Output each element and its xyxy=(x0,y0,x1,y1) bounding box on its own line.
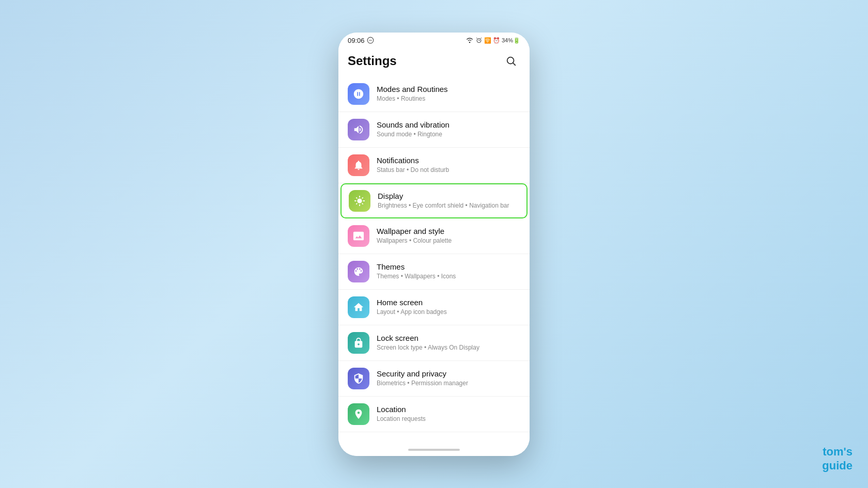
sounds-title: Sounds and vibration xyxy=(377,120,520,130)
notifications-title: Notifications xyxy=(377,155,520,166)
homescreen-title: Home screen xyxy=(377,297,520,308)
page-title: Settings xyxy=(348,54,397,68)
search-button[interactable] xyxy=(502,52,520,70)
settings-item-wallpaper[interactable]: Wallpaper and style Wallpapers • Colour … xyxy=(338,218,530,254)
location-title: Location xyxy=(377,404,520,415)
status-icons: 🛜 ⏰ 34%🔋 xyxy=(466,37,520,44)
phone-frame: 09:06 🛜 ⏰ 34%🔋 Setting xyxy=(338,33,530,456)
modes-subtitle: Modes • Routines xyxy=(377,95,520,103)
home-indicator xyxy=(408,449,460,451)
settings-item-sounds[interactable]: Sounds and vibration Sound mode • Ringto… xyxy=(338,112,530,148)
sounds-icon xyxy=(348,119,369,140)
watermark: tom's guide xyxy=(822,445,853,473)
homescreen-subtitle: Layout • App icon badges xyxy=(377,308,520,317)
settings-list: Modes and Routines Modes • Routines Soun… xyxy=(338,76,530,444)
homescreen-icon xyxy=(348,296,369,318)
notifications-icon xyxy=(348,154,369,176)
wallpaper-icon xyxy=(348,225,369,247)
settings-item-lockscreen[interactable]: Lock screen Screen lock type • Always On… xyxy=(338,325,530,361)
settings-item-display[interactable]: Display Brightness • Eye comfort shield … xyxy=(340,183,528,218)
location-icon xyxy=(348,403,369,425)
wallpaper-subtitle: Wallpapers • Colour palette xyxy=(377,237,520,245)
sounds-text: Sounds and vibration Sound mode • Ringto… xyxy=(377,120,520,139)
battery-text: 🛜 ⏰ 34%🔋 xyxy=(484,37,520,44)
modes-icon xyxy=(348,83,369,105)
location-subtitle: Location requests xyxy=(377,415,520,423)
lockscreen-text: Lock screen Screen lock type • Always On… xyxy=(377,333,520,352)
watermark-line1: tom's xyxy=(822,445,853,459)
do-not-disturb-icon xyxy=(367,37,374,44)
settings-item-modes[interactable]: Modes and Routines Modes • Routines xyxy=(338,76,530,112)
lockscreen-title: Lock screen xyxy=(377,333,520,343)
security-title: Security and privacy xyxy=(377,369,520,379)
themes-text: Themes Themes • Wallpapers • Icons xyxy=(377,262,520,281)
notifications-text: Notifications Status bar • Do not distur… xyxy=(377,155,520,175)
wallpaper-title: Wallpaper and style xyxy=(377,226,520,237)
security-icon xyxy=(348,368,369,389)
status-bar: 09:06 🛜 ⏰ 34%🔋 xyxy=(338,33,530,46)
display-title: Display xyxy=(378,191,519,201)
lockscreen-icon xyxy=(348,332,369,354)
watermark-line2: guide xyxy=(822,459,853,473)
wallpaper-text: Wallpaper and style Wallpapers • Colour … xyxy=(377,226,520,245)
app-header: Settings xyxy=(338,46,530,76)
settings-item-location[interactable]: Location Location requests xyxy=(338,397,530,432)
time-text: 09:06 xyxy=(348,37,365,44)
security-text: Security and privacy Biometrics • Permis… xyxy=(377,369,520,388)
security-subtitle: Biometrics • Permission manager xyxy=(377,380,520,388)
settings-item-themes[interactable]: Themes Themes • Wallpapers • Icons xyxy=(338,254,530,290)
themes-icon xyxy=(348,261,369,282)
status-time: 09:06 xyxy=(348,37,374,44)
modes-text: Modes and Routines Modes • Routines xyxy=(377,84,520,103)
display-icon xyxy=(349,190,370,212)
svg-line-7 xyxy=(513,63,515,65)
display-subtitle: Brightness • Eye comfort shield • Naviga… xyxy=(378,202,519,210)
lockscreen-subtitle: Screen lock type • Always On Display xyxy=(377,344,520,352)
homescreen-text: Home screen Layout • App icon badges xyxy=(377,297,520,317)
notifications-subtitle: Status bar • Do not disturb xyxy=(377,166,520,175)
alarm-icon xyxy=(476,37,482,44)
sounds-subtitle: Sound mode • Ringtone xyxy=(377,131,520,139)
themes-title: Themes xyxy=(377,262,520,272)
svg-point-2 xyxy=(469,42,471,43)
themes-subtitle: Themes • Wallpapers • Icons xyxy=(377,273,520,281)
settings-item-homescreen[interactable]: Home screen Layout • App icon badges xyxy=(338,290,530,325)
settings-item-security[interactable]: Security and privacy Biometrics • Permis… xyxy=(338,361,530,397)
display-text: Display Brightness • Eye comfort shield … xyxy=(378,191,519,210)
wifi-icon xyxy=(466,37,474,43)
search-icon xyxy=(505,55,517,67)
settings-item-notifications[interactable]: Notifications Status bar • Do not distur… xyxy=(338,148,530,183)
location-text: Location Location requests xyxy=(377,404,520,423)
modes-title: Modes and Routines xyxy=(377,84,520,95)
bottom-bar xyxy=(338,444,530,456)
